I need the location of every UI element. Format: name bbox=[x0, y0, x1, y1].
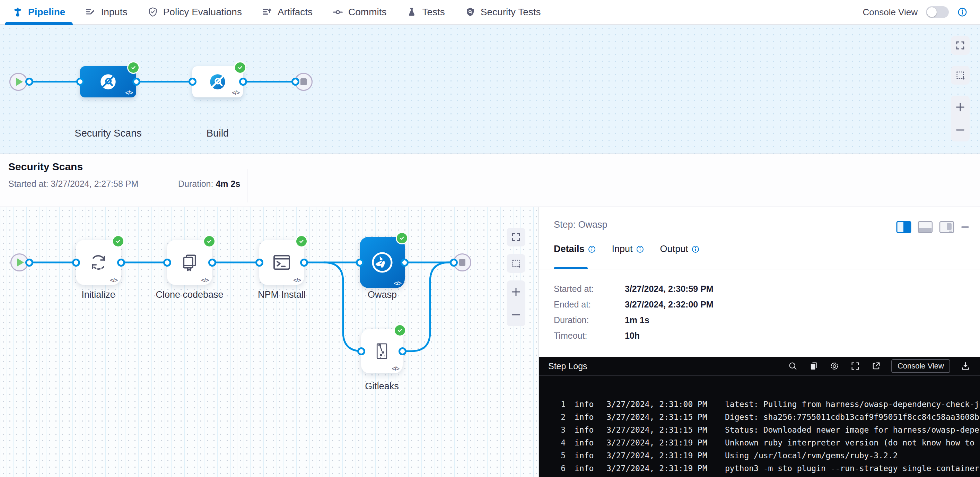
flask-icon bbox=[406, 7, 417, 18]
step-node-owasp[interactable]: </> bbox=[360, 237, 405, 288]
artifact-list-icon bbox=[262, 7, 272, 18]
info-icon[interactable] bbox=[957, 7, 967, 18]
tab-details[interactable]: Details bbox=[554, 244, 596, 254]
stage-label-security-scans[interactable]: Security Scans bbox=[75, 128, 142, 139]
stage-label-build[interactable]: Build bbox=[207, 128, 229, 139]
stage-fullscreen-button[interactable] bbox=[951, 36, 970, 55]
log-level: info bbox=[574, 449, 597, 462]
info-icon[interactable] bbox=[588, 245, 596, 254]
stage-marquee-select-button[interactable] bbox=[951, 66, 970, 85]
fullscreen-icon[interactable] bbox=[850, 361, 861, 372]
info-icon[interactable] bbox=[691, 245, 700, 254]
nav-tabs: Pipeline Inputs Policy E bbox=[13, 0, 541, 24]
summary-divider bbox=[247, 169, 247, 203]
tab-output[interactable]: Output bbox=[660, 244, 700, 254]
log-line: 6 info 3/27/2024, 2:31:19 PM python3 -m … bbox=[539, 462, 980, 475]
connector-dot bbox=[72, 258, 80, 266]
layout-split-bottom-button[interactable] bbox=[918, 221, 933, 233]
log-message: latest: Pulling from harness/owasp-depen… bbox=[725, 398, 980, 411]
info-icon[interactable] bbox=[636, 245, 644, 254]
step-label-initialize[interactable]: Initialize bbox=[81, 289, 115, 300]
play-icon bbox=[17, 258, 24, 266]
tab-commits[interactable]: Commits bbox=[332, 0, 387, 24]
step-marquee-select-button[interactable] bbox=[507, 254, 525, 273]
copy-icon[interactable] bbox=[808, 361, 819, 372]
build-stage-icon bbox=[208, 72, 228, 92]
security-scan-stage-icon bbox=[98, 72, 118, 92]
stage-summary-title: Security Scans bbox=[8, 161, 83, 172]
connector-dot bbox=[399, 347, 406, 355]
log-line: 1 info 3/27/2024, 2:31:00 PM latest: Pul… bbox=[539, 398, 980, 411]
settings-gear-icon[interactable] bbox=[829, 361, 840, 372]
play-icon bbox=[16, 78, 23, 86]
step-node-clone-codebase[interactable]: </> bbox=[167, 240, 212, 285]
step-label-owasp[interactable]: Owasp bbox=[368, 289, 397, 300]
step-node-npm-install[interactable]: </> bbox=[259, 240, 304, 285]
code-glyph: </> bbox=[110, 277, 118, 284]
code-glyph: </> bbox=[293, 277, 301, 284]
tab-security-tests[interactable]: Security Tests bbox=[465, 0, 541, 24]
step-node-gitleaks[interactable]: </> bbox=[361, 329, 402, 373]
code-glyph: </> bbox=[125, 89, 133, 96]
step-label-npm-install[interactable]: NPM Install bbox=[258, 289, 305, 300]
console-view-label: Console View bbox=[862, 7, 918, 18]
step-fullscreen-button[interactable] bbox=[507, 228, 525, 246]
zoom-in-button[interactable] bbox=[955, 102, 966, 113]
log-lines[interactable]: 1 info 3/27/2024, 2:31:00 PM latest: Pul… bbox=[539, 376, 980, 475]
layout-floating-button[interactable] bbox=[939, 221, 955, 233]
stage-node-security-scans[interactable]: </> bbox=[80, 66, 136, 97]
stage-start-node[interactable] bbox=[10, 73, 27, 91]
connector-dot bbox=[189, 78, 196, 86]
log-line: 4 info 3/27/2024, 2:31:19 PM Unknown rub… bbox=[539, 436, 980, 449]
layout-split-right-button[interactable] bbox=[896, 221, 912, 233]
tab-input[interactable]: Input bbox=[612, 244, 644, 254]
panel-minimize-button[interactable] bbox=[961, 221, 970, 233]
tab-policy-evaluations[interactable]: Policy Evaluations bbox=[148, 0, 242, 24]
success-check-badge bbox=[127, 61, 140, 74]
stage-connector-line bbox=[29, 81, 295, 83]
tab-label: Tests bbox=[422, 6, 445, 18]
step-node-initialize[interactable]: </> bbox=[76, 240, 121, 285]
code-glyph: </> bbox=[391, 365, 399, 372]
success-check-badge bbox=[234, 61, 247, 74]
zoom-out-button[interactable] bbox=[511, 309, 522, 320]
console-view-toggle[interactable] bbox=[926, 6, 949, 18]
console-view-button[interactable]: Console View bbox=[891, 359, 950, 373]
execution-nav-bar: Pipeline Inputs Policy E bbox=[0, 0, 980, 25]
log-timestamp: 3/27/2024, 2:31:15 PM bbox=[606, 411, 713, 424]
log-timestamp: 3/27/2024, 2:31:19 PM bbox=[606, 436, 713, 449]
open-external-icon[interactable] bbox=[870, 361, 881, 372]
log-message: Status: Downloaded newer image for harne… bbox=[725, 424, 980, 436]
connector-dot bbox=[300, 258, 308, 266]
zoom-out-button[interactable] bbox=[955, 124, 966, 136]
connector-dot bbox=[239, 78, 247, 86]
log-toolbar: Console View bbox=[788, 359, 971, 373]
log-line: 5 info 3/27/2024, 2:31:19 PM Using /usr/… bbox=[539, 449, 980, 462]
log-level: info bbox=[574, 424, 597, 436]
tab-label: Commits bbox=[348, 6, 387, 18]
stop-icon bbox=[301, 78, 307, 85]
success-check-badge bbox=[396, 232, 408, 244]
tab-artifacts[interactable]: Artifacts bbox=[262, 0, 313, 24]
connector-dot bbox=[76, 78, 84, 86]
stage-summary-bar: Security Scans Started at: 3/27/2024, 2:… bbox=[0, 154, 980, 207]
step-panel-title: Step: Owasp bbox=[554, 219, 608, 230]
tab-inputs[interactable]: Inputs bbox=[85, 0, 127, 24]
shield-check-icon bbox=[148, 7, 158, 18]
step-label-clone-codebase[interactable]: Clone codebase bbox=[156, 289, 223, 300]
download-icon[interactable] bbox=[960, 361, 971, 372]
tab-pipeline[interactable]: Pipeline bbox=[13, 0, 65, 24]
step-label-gitleaks[interactable]: Gitleaks bbox=[365, 381, 399, 392]
duration-value: 4m 2s bbox=[216, 179, 240, 188]
zoom-in-button[interactable] bbox=[511, 286, 522, 297]
step-panel-tabs: Details Input Output bbox=[554, 244, 700, 254]
success-check-badge bbox=[394, 324, 406, 337]
tab-label: Inputs bbox=[101, 6, 127, 18]
connector-dot bbox=[117, 258, 125, 266]
step-logs-title: Step Logs bbox=[548, 361, 587, 371]
search-icon[interactable] bbox=[788, 361, 799, 372]
tab-tests[interactable]: Tests bbox=[406, 0, 445, 24]
success-check-badge bbox=[295, 235, 308, 247]
log-line-number: 4 bbox=[556, 436, 566, 449]
stage-node-build[interactable]: </> bbox=[192, 66, 243, 97]
